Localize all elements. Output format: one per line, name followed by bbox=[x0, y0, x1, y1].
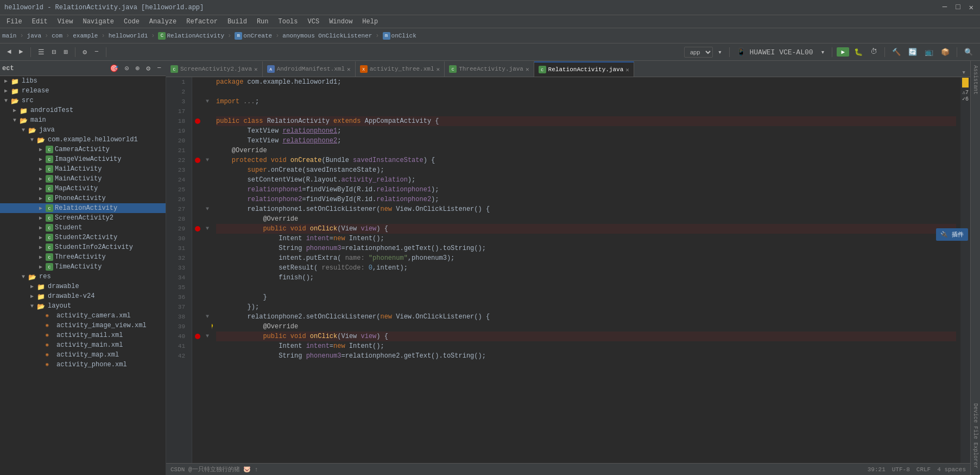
tree-item-drawable[interactable]: ▶ 📁 drawable bbox=[0, 282, 166, 291]
tree-item-activity-map-xml[interactable]: ◉ activity_map.xml bbox=[0, 350, 166, 360]
sdk-button[interactable]: 📦 bbox=[938, 46, 952, 58]
tree-item-mainactivity[interactable]: ▶ C MainActivity bbox=[0, 174, 166, 184]
tab-relation-activity[interactable]: C RelationActivity.java ✕ bbox=[534, 61, 634, 77]
sync-button[interactable]: 🔄 bbox=[906, 46, 920, 58]
toolbar-forward-button[interactable]: ► bbox=[16, 46, 26, 58]
device-selector[interactable]: 📱 HUAWEI VCE-AL00 bbox=[734, 46, 816, 58]
tree-item-src[interactable]: ▼ 📂 src bbox=[0, 96, 166, 105]
floating-plugin-button[interactable]: 🔌 插件 bbox=[936, 228, 968, 241]
tree-item-timeactivity[interactable]: ▶ C TimeActivity bbox=[0, 262, 166, 272]
tree-item-package[interactable]: ▼ 📂 com.example.helloworld1 bbox=[0, 135, 166, 145]
menu-view[interactable]: View bbox=[53, 17, 78, 27]
device-file-tab[interactable]: Device File Explorer bbox=[972, 403, 978, 471]
fold-40[interactable]: ▼ bbox=[203, 332, 212, 341]
tab-three-activity[interactable]: C ThreeActivity.java ✕ bbox=[445, 61, 534, 77]
toolbar-collapse-button[interactable]: ⊟ bbox=[49, 46, 59, 58]
status-encoding[interactable]: UTF-8 bbox=[892, 466, 910, 473]
tree-item-activity-camera-xml[interactable]: ◉ activity_camera.xml bbox=[0, 311, 166, 321]
tab-activity-three[interactable]: X activity_three.xml ✕ bbox=[356, 61, 445, 77]
nav-relation-activity[interactable]: RelationActivity bbox=[167, 33, 224, 39]
avd-button[interactable]: 📺 bbox=[922, 46, 936, 58]
app-selector[interactable]: app bbox=[684, 47, 713, 58]
sidebar-scope-button[interactable]: 🎯 bbox=[108, 63, 121, 74]
tab-android-manifest[interactable]: A AndroidManifest.xml ✕ bbox=[263, 61, 356, 77]
toolbar-minus-button[interactable]: − bbox=[92, 46, 102, 58]
nav-example[interactable]: example bbox=[73, 33, 98, 39]
menu-edit[interactable]: Edit bbox=[28, 17, 52, 27]
profile-button[interactable]: ⏱ bbox=[868, 46, 880, 58]
nav-onclick[interactable]: onClick bbox=[391, 33, 416, 39]
tree-item-student[interactable]: ▶ C Student bbox=[0, 223, 166, 233]
tab-close-three[interactable]: ✕ bbox=[526, 66, 529, 73]
fold-3[interactable]: ▼ bbox=[203, 97, 212, 107]
fold-27[interactable]: ▼ bbox=[203, 204, 212, 214]
fold-38[interactable]: ▼ bbox=[203, 312, 212, 322]
toolbar-expand-button[interactable]: ⊞ bbox=[61, 46, 71, 58]
toolbar-back-button[interactable]: ◄ bbox=[4, 46, 14, 58]
tree-item-threeactivity[interactable]: ▶ C ThreeActivity bbox=[0, 252, 166, 262]
lightbulb-icon-39[interactable]: 💡 bbox=[212, 323, 214, 333]
status-indent[interactable]: 4 spaces bbox=[937, 466, 966, 473]
tree-item-java[interactable]: ▼ 📂 java bbox=[0, 125, 166, 135]
tree-item-studentinfo2[interactable]: ▶ C StudentInfo2Activity bbox=[0, 242, 166, 252]
menu-vcs[interactable]: VCS bbox=[304, 17, 324, 27]
tree-item-drawable-v24[interactable]: ▶ 📁 drawable-v24 bbox=[0, 291, 166, 301]
tree-item-layout[interactable]: ▼ 📂 layout bbox=[0, 301, 166, 311]
tree-item-activity-phone-xml[interactable]: ◉ activity_phone.xml bbox=[0, 360, 166, 370]
menu-tools[interactable]: Tools bbox=[274, 17, 302, 27]
tree-item-camera[interactable]: ▶ C CameraActivity bbox=[0, 145, 166, 154]
tree-item-phoneactivity[interactable]: ▶ C PhoneActivity bbox=[0, 193, 166, 203]
menu-refactor[interactable]: Refactor bbox=[182, 17, 222, 27]
tree-item-relationactivity[interactable]: ▶ C RelationActivity bbox=[0, 203, 166, 213]
menu-analyze[interactable]: Analyze bbox=[145, 17, 181, 27]
search-everywhere-button[interactable]: 🔍 bbox=[962, 46, 976, 58]
window-controls[interactable]: ─ □ ✕ bbox=[940, 3, 976, 12]
sidebar-settings-button[interactable]: ⚙ bbox=[144, 63, 153, 74]
nav-main[interactable]: main bbox=[2, 33, 16, 39]
fold-29[interactable]: ▼ bbox=[203, 224, 212, 234]
run-button[interactable]: ▶ bbox=[837, 47, 849, 57]
nav-java[interactable]: java bbox=[27, 33, 41, 39]
code-content[interactable]: package com.example.helloworld1; import … bbox=[212, 77, 960, 463]
toolbar-align-button[interactable]: ☰ bbox=[35, 46, 47, 58]
tree-item-screenactivity2[interactable]: ▶ C ScreenActivity2 bbox=[0, 213, 166, 223]
menu-code[interactable]: Code bbox=[119, 17, 144, 27]
debug-button[interactable]: 🐛 bbox=[851, 46, 865, 58]
menu-window[interactable]: Window bbox=[325, 17, 357, 27]
nav-helloworld1[interactable]: helloworld1 bbox=[109, 33, 148, 39]
tab-close-relation[interactable]: ✕ bbox=[625, 66, 629, 73]
tree-item-imageview[interactable]: ▶ C ImageViewActivity bbox=[0, 154, 166, 164]
menu-run[interactable]: Run bbox=[252, 17, 273, 27]
tree-item-main[interactable]: ▼ 📂 main bbox=[0, 115, 166, 125]
assistant-tab[interactable]: Assistant bbox=[972, 65, 978, 95]
status-line-sep[interactable]: CRLF bbox=[916, 466, 931, 473]
build-button[interactable]: 🔨 bbox=[889, 46, 903, 58]
menu-help[interactable]: Help bbox=[358, 17, 382, 27]
tab-close-manifest[interactable]: ✕ bbox=[347, 66, 351, 73]
tree-item-release[interactable]: ▶ 📁 release bbox=[0, 86, 166, 96]
tree-item-student2[interactable]: ▶ C Student2Activity bbox=[0, 233, 166, 242]
tree-item-activity-main-xml[interactable]: ◉ activity_main.xml bbox=[0, 340, 166, 350]
nav-anonymous[interactable]: anonymous OnClickListener bbox=[282, 33, 372, 39]
device-file-label[interactable]: Device File Explorer bbox=[972, 403, 978, 468]
tab-more-button[interactable]: ▾ bbox=[957, 68, 970, 77]
tree-item-libs[interactable]: ▶ 📁 libs bbox=[0, 76, 166, 86]
tab-close-activity-three[interactable]: ✕ bbox=[437, 66, 440, 73]
tree-item-activity-mail-xml[interactable]: ◉ activity_mail.xml bbox=[0, 330, 166, 340]
sidebar-scroll-button[interactable]: ⊙ bbox=[123, 63, 131, 74]
menu-navigate[interactable]: Navigate bbox=[78, 17, 118, 27]
nav-com[interactable]: com bbox=[52, 33, 62, 39]
dropdown-arrow2[interactable]: ▾ bbox=[818, 46, 828, 58]
tab-screen-activity2[interactable]: C ScreenActivity2.java ✕ bbox=[166, 61, 263, 77]
tab-close-screen[interactable]: ✕ bbox=[254, 66, 258, 73]
dropdown-arrow[interactable]: ▾ bbox=[715, 46, 725, 58]
toolbar-settings-button[interactable]: ⚙ bbox=[80, 46, 90, 58]
tree-item-mail[interactable]: ▶ C MailActivity bbox=[0, 164, 166, 174]
menu-build[interactable]: Build bbox=[223, 17, 251, 27]
tree-item-res[interactable]: ▼ 📂 res bbox=[0, 272, 166, 282]
maximize-button[interactable]: □ bbox=[953, 3, 962, 12]
sidebar-hide-button[interactable]: − bbox=[155, 63, 163, 73]
minimize-button[interactable]: ─ bbox=[940, 3, 949, 12]
tree-item-mapactivity[interactable]: ▶ C MapActivity bbox=[0, 184, 166, 193]
tree-item-activity-imageview-xml[interactable]: ◉ activity_image_view.xml bbox=[0, 321, 166, 330]
